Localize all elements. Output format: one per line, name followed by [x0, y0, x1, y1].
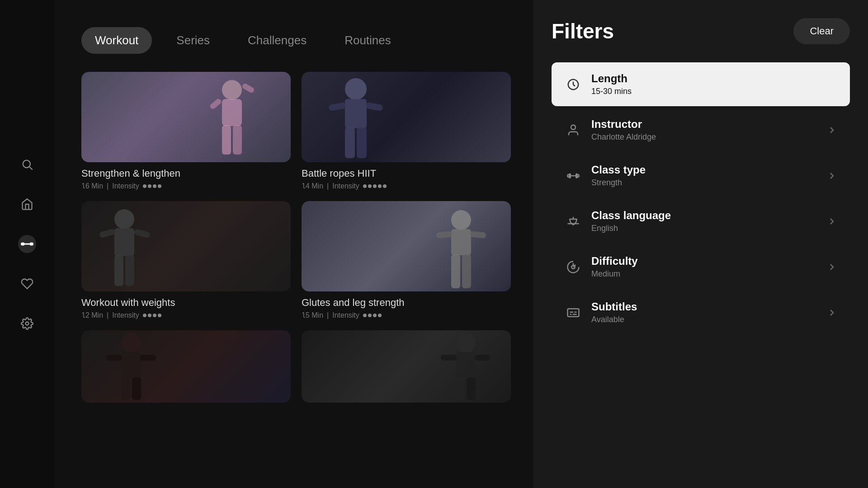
- svg-rect-55: [576, 174, 577, 178]
- svg-point-31: [451, 210, 471, 230]
- filter-class-language-label: Class language: [591, 209, 817, 222]
- svg-rect-7: [22, 243, 24, 245]
- svg-point-25: [114, 209, 134, 229]
- svg-rect-44: [456, 352, 476, 378]
- card-meta-3: 12 Min | Intensity: [81, 311, 291, 319]
- svg-point-12: [26, 322, 29, 325]
- main-content: Workout Series Challenges Routines Stren…: [54, 0, 533, 488]
- card-title-3: Workout with weights: [81, 297, 291, 309]
- svg-rect-22: [365, 102, 383, 111]
- svg-rect-36: [462, 254, 471, 288]
- svg-rect-47: [456, 377, 465, 400]
- svg-rect-20: [345, 99, 367, 128]
- workout-card-6[interactable]: [302, 330, 511, 403]
- workout-card-2[interactable]: Battle ropes HIIT 14 Min | Intensity: [302, 72, 511, 190]
- svg-rect-38: [121, 352, 141, 378]
- svg-rect-40: [140, 355, 156, 361]
- svg-rect-33: [436, 231, 453, 238]
- person-icon: [564, 121, 582, 139]
- svg-rect-23: [345, 127, 355, 158]
- filter-class-type[interactable]: Class type Strength: [552, 154, 850, 197]
- card-meta-4: 15 Min | Intensity: [302, 311, 511, 319]
- svg-rect-41: [121, 377, 130, 400]
- workout-card-1[interactable]: Strengthen & lengthen 16 Min | Intensity: [81, 72, 291, 190]
- svg-rect-21: [328, 102, 346, 111]
- card-title-4: Glutes and leg strength: [302, 297, 511, 309]
- filter-difficulty-value: Medium: [591, 269, 817, 279]
- home-icon[interactable]: [18, 195, 36, 213]
- filter-class-language-value: English: [591, 224, 817, 233]
- filter-length-value: 15-30 mins: [591, 87, 837, 96]
- svg-point-0: [23, 160, 30, 168]
- filter-length[interactable]: Length 15-30 mins: [552, 62, 850, 106]
- filter-difficulty[interactable]: Difficulty Medium: [552, 245, 850, 289]
- svg-rect-48: [467, 377, 476, 400]
- chevron-right-icon-3: [826, 216, 837, 227]
- filter-instructor-label: Instructor: [591, 118, 817, 131]
- svg-rect-45: [441, 355, 457, 361]
- svg-rect-9: [23, 243, 24, 246]
- svg-rect-14: [222, 99, 242, 126]
- filter-class-type-label: Class type: [591, 164, 817, 176]
- svg-rect-46: [475, 355, 491, 361]
- svg-rect-26: [114, 228, 134, 256]
- card-meta-1: 16 Min | Intensity: [81, 182, 291, 190]
- sidebar: [0, 0, 54, 488]
- svg-rect-18: [233, 125, 242, 155]
- workout-card-3[interactable]: Workout with weights 12 Min | Intensity: [81, 201, 291, 319]
- filter-subtitles[interactable]: Subtitles Available: [552, 291, 850, 334]
- tab-routines[interactable]: Routines: [331, 27, 405, 54]
- workout-icon[interactable]: [18, 235, 36, 253]
- chevron-right-icon-2: [826, 170, 837, 181]
- language-icon: [564, 212, 582, 230]
- filter-instructor[interactable]: Instructor Charlotte Aldridge: [552, 108, 850, 152]
- filter-length-label: Length: [591, 72, 837, 85]
- clear-button[interactable]: Clear: [793, 18, 850, 44]
- svg-rect-27: [99, 229, 116, 239]
- svg-rect-24: [357, 127, 367, 158]
- filter-subtitles-label: Subtitles: [591, 300, 817, 313]
- svg-rect-35: [451, 254, 460, 288]
- svg-rect-32: [451, 229, 471, 255]
- svg-rect-34: [470, 231, 486, 239]
- chevron-right-icon-4: [826, 262, 837, 272]
- workout-card-5[interactable]: [81, 330, 291, 403]
- settings-icon[interactable]: [18, 314, 36, 333]
- svg-rect-39: [106, 355, 122, 361]
- svg-point-37: [121, 333, 141, 353]
- workout-grid: Strengthen & lengthen 16 Min | Intensity: [81, 72, 511, 403]
- filter-class-language[interactable]: Class language English: [552, 199, 850, 243]
- heart-icon[interactable]: [18, 275, 36, 293]
- tab-series[interactable]: Series: [163, 27, 223, 54]
- filter-subtitles-value: Available: [591, 315, 817, 324]
- svg-point-19: [345, 78, 367, 100]
- tab-challenges[interactable]: Challenges: [234, 27, 320, 54]
- card-title-1: Strengthen & lengthen: [81, 168, 291, 179]
- subtitles-icon: [564, 304, 582, 322]
- svg-rect-30: [125, 255, 134, 286]
- dumbbell-icon: [564, 167, 582, 185]
- svg-point-43: [456, 333, 476, 353]
- filter-class-type-value: Strength: [591, 178, 817, 188]
- svg-rect-54: [569, 174, 571, 178]
- search-icon[interactable]: [18, 155, 36, 174]
- svg-line-1: [29, 167, 32, 169]
- svg-rect-29: [114, 255, 123, 286]
- card-meta-2: 14 Min | Intensity: [302, 182, 511, 190]
- tabs-nav: Workout Series Challenges Routines: [81, 27, 511, 54]
- panel-header: Filters Clear: [552, 18, 850, 44]
- gauge-icon: [564, 258, 582, 276]
- svg-point-50: [571, 125, 576, 129]
- chevron-right-icon-5: [826, 307, 837, 318]
- svg-rect-28: [134, 229, 151, 239]
- workout-card-4[interactable]: Glutes and leg strength 15 Min | Intensi…: [302, 201, 511, 319]
- svg-rect-10: [30, 243, 31, 246]
- filter-instructor-value: Charlotte Aldridge: [591, 132, 817, 142]
- tab-workout[interactable]: Workout: [81, 27, 152, 54]
- clock-icon: [564, 75, 582, 94]
- filter-difficulty-label: Difficulty: [591, 255, 817, 267]
- svg-rect-8: [31, 243, 33, 245]
- svg-rect-16: [241, 83, 255, 94]
- filters-title: Filters: [552, 19, 614, 43]
- svg-rect-15: [209, 98, 222, 110]
